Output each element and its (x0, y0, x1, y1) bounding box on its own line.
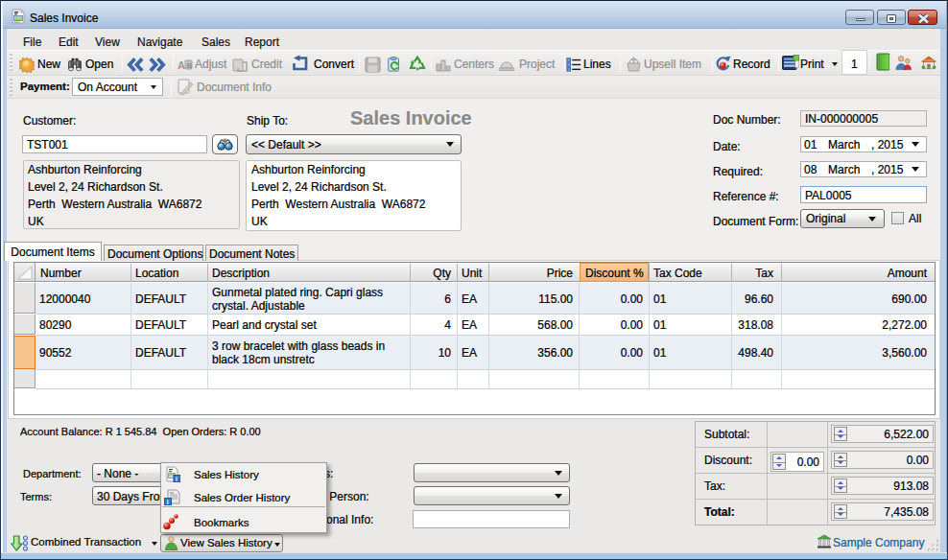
svg-text:i: i (167, 499, 169, 505)
svg-text:i: i (176, 476, 178, 482)
svg-text:B: B (187, 61, 193, 70)
svg-text:A: A (178, 59, 185, 71)
